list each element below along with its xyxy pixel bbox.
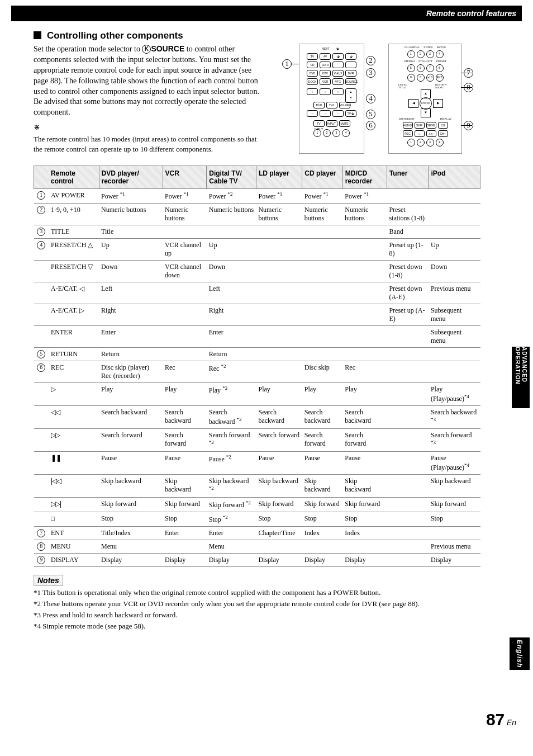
table-cell: Numeric buttons — [163, 204, 207, 225]
table-cell — [342, 225, 387, 239]
table-cell: Right — [207, 304, 256, 326]
table-cell — [302, 261, 343, 282]
table-cell: DISPLAY — [49, 554, 99, 567]
table-cell — [429, 204, 480, 225]
table-cell: RETURN — [49, 348, 99, 361]
table-cell — [387, 498, 428, 512]
table-cell — [342, 304, 387, 326]
col-header: MD/CD recorder — [342, 166, 387, 189]
col-header: LD player — [256, 166, 302, 189]
table-cell — [256, 239, 302, 261]
table-cell — [163, 540, 207, 554]
callout-5: 5 — [366, 110, 375, 119]
table-row: 6RECDisc skip (player) Rec (recorder)Rec… — [34, 361, 480, 383]
tip-text: The remote control has 10 modes (input a… — [34, 134, 260, 154]
table-cell: Left — [207, 282, 256, 304]
table-cell: Up — [429, 239, 480, 261]
intro-text-a: Set the operation mode selector to — [34, 45, 142, 53]
table-cell: Play — [163, 383, 207, 406]
table-cell: Enter — [207, 326, 256, 348]
notes-title: Notes — [34, 575, 63, 586]
pause-icon: ❚❚ — [51, 454, 61, 462]
table-cell: Skip forward *2 — [207, 498, 256, 512]
table-row: A-E/CAT. ◁LeftLeftPreset down (A-E)Previ… — [34, 282, 480, 304]
source-letter-icon: K — [142, 45, 151, 54]
table-cell: Display — [99, 554, 163, 567]
table-cell: Display — [342, 554, 387, 567]
table-cell: Skip backward — [429, 475, 480, 498]
table-cell: Index — [342, 527, 387, 540]
notes-section: Notes *1 This button is operational only… — [34, 575, 516, 631]
table-cell: Subsequent menu — [429, 326, 480, 348]
table-cell — [387, 429, 428, 452]
table-cell — [429, 189, 480, 204]
table-cell: Stop — [302, 512, 343, 527]
table-cell: Chapter/Time — [256, 527, 302, 540]
table-cell: Title — [99, 225, 163, 239]
table-cell — [256, 348, 302, 361]
col-header: Tuner — [387, 166, 428, 189]
table-cell: Power *1 — [163, 189, 207, 204]
table-cell: Search backward *2 — [207, 406, 256, 429]
header-bar-text: Remote control features — [426, 9, 516, 18]
table-cell — [342, 239, 387, 261]
table-cell — [302, 326, 343, 348]
callout-3: 3 — [366, 68, 375, 78]
table-cell: Down — [207, 261, 256, 282]
table-cell — [342, 540, 387, 554]
skipf-icon: ▷▷| — [51, 500, 61, 508]
table-row: 9DISPLAYDisplayDisplayDisplayDisplayDisp… — [34, 554, 480, 567]
table-cell: Previous menu — [429, 282, 480, 304]
table-row: ENTEREnterEnterSubsequent menu — [34, 326, 480, 348]
table-cell: VCR channel down — [163, 261, 207, 282]
table-row: ▷PlayPlayPlay *2PlayPlayPlayPlay (Play/p… — [34, 383, 480, 406]
callout-2: 2 — [366, 56, 375, 65]
table-cell — [429, 225, 480, 239]
table-cell: Play — [342, 383, 387, 406]
table-cell: Display — [207, 554, 256, 567]
note-1: *1 This button is operational only when … — [34, 588, 516, 597]
table-cell: Numeric buttons — [302, 204, 343, 225]
table-cell: Pause (Play/pause)*4 — [429, 452, 480, 475]
table-cell: Stop — [429, 512, 480, 527]
table-cell: Down — [429, 261, 480, 282]
table-row: 8MENUMenuMenuPrevious menu — [34, 540, 480, 554]
callout-6: 6 — [366, 121, 375, 130]
table-cell: Search backward — [256, 406, 302, 429]
table-row: 5RETURNReturnReturn — [34, 348, 480, 361]
table-cell: AV POWER — [49, 189, 99, 204]
table-cell: ▷ — [49, 383, 99, 406]
table-cell: Stop — [342, 512, 387, 527]
table-cell: PRESET/CH △ — [49, 239, 99, 261]
table-cell: Previous menu — [429, 540, 480, 554]
table-cell: Search backward — [342, 406, 387, 429]
table-cell — [302, 540, 343, 554]
table-cell: Right — [99, 304, 163, 326]
table-cell: Return — [207, 348, 256, 361]
table-cell: Numeric buttons — [207, 204, 256, 225]
remote-left-box: NEXT⏻ TVAV⏻⏻ CDCD-R DVDDTVV-AUXDVR DOCKV… — [299, 44, 364, 154]
table-cell — [429, 361, 480, 383]
table-cell — [429, 348, 480, 361]
note-2: *2 These buttons operate your VCR or DVD… — [34, 599, 516, 608]
table-row: □StopStopStop *2StopStopStopStop — [34, 512, 480, 527]
table-row: 7ENTTitle/IndexEnterEnterChapter/TimeInd… — [34, 527, 480, 540]
table-cell: Skip backward *2 — [207, 475, 256, 498]
table-cell: Stop — [99, 512, 163, 527]
callout-4: 4 — [366, 94, 375, 103]
table-cell: Search forward — [163, 429, 207, 452]
table-cell — [256, 304, 302, 326]
col-header: Digital TV/ Cable TV — [207, 166, 256, 189]
table-cell — [256, 225, 302, 239]
table-cell — [163, 326, 207, 348]
table-cell: Skip forward — [256, 498, 302, 512]
table-cell — [256, 361, 302, 383]
table-cell: VCR channel up — [163, 239, 207, 261]
table-cell: Search forward *3 — [429, 429, 480, 452]
table-cell: Stop — [163, 512, 207, 527]
table-cell: Search backward — [99, 406, 163, 429]
table-cell: Stop — [256, 512, 302, 527]
table-cell — [302, 239, 343, 261]
table-cell — [387, 326, 428, 348]
note-4: *4 Simple remote mode (see page 58). — [34, 622, 516, 631]
